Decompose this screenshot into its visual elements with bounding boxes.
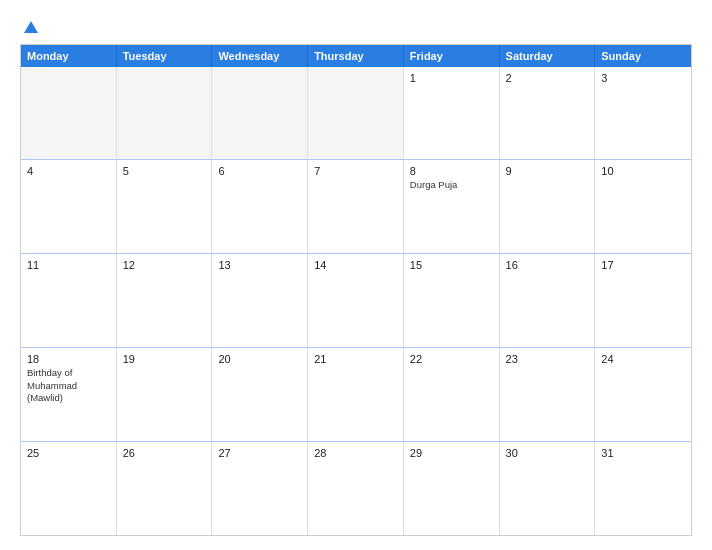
header-saturday: Saturday	[500, 45, 596, 67]
day-number: 28	[314, 447, 397, 459]
calendar-cell: 27	[212, 442, 308, 535]
calendar-cell: 30	[500, 442, 596, 535]
day-number: 11	[27, 259, 110, 271]
calendar-body: 12345678Durga Puja9101112131415161718Bir…	[21, 67, 691, 535]
day-number: 20	[218, 353, 301, 365]
header-monday: Monday	[21, 45, 117, 67]
day-number: 15	[410, 259, 493, 271]
calendar-page: Monday Tuesday Wednesday Thursday Friday…	[0, 0, 712, 550]
day-number: 25	[27, 447, 110, 459]
day-number: 22	[410, 353, 493, 365]
day-number: 27	[218, 447, 301, 459]
calendar-cell: 18Birthday of Muhammad (Mawlid)	[21, 348, 117, 441]
calendar-cell: 25	[21, 442, 117, 535]
day-number: 16	[506, 259, 589, 271]
calendar-cell: 16	[500, 254, 596, 347]
calendar-cell: 22	[404, 348, 500, 441]
day-number: 7	[314, 165, 397, 177]
calendar-cell: 10	[595, 160, 691, 253]
day-number: 14	[314, 259, 397, 271]
calendar-cell: 24	[595, 348, 691, 441]
day-number: 4	[27, 165, 110, 177]
calendar-week-5: 25262728293031	[21, 442, 691, 535]
day-number: 21	[314, 353, 397, 365]
logo-text	[20, 18, 38, 34]
calendar-cell: 14	[308, 254, 404, 347]
day-number: 8	[410, 165, 493, 177]
day-number: 3	[601, 72, 685, 84]
calendar-header: Monday Tuesday Wednesday Thursday Friday…	[21, 45, 691, 67]
header-wednesday: Wednesday	[212, 45, 308, 67]
calendar-cell	[21, 67, 117, 160]
day-number: 2	[506, 72, 589, 84]
day-number: 5	[123, 165, 206, 177]
day-number: 24	[601, 353, 685, 365]
calendar-cell: 4	[21, 160, 117, 253]
day-number: 26	[123, 447, 206, 459]
calendar: Monday Tuesday Wednesday Thursday Friday…	[20, 44, 692, 536]
calendar-cell	[308, 67, 404, 160]
calendar-cell: 17	[595, 254, 691, 347]
calendar-cell: 13	[212, 254, 308, 347]
calendar-cell: 3	[595, 67, 691, 160]
day-number: 10	[601, 165, 685, 177]
calendar-cell: 28	[308, 442, 404, 535]
calendar-cell: 19	[117, 348, 213, 441]
day-number: 17	[601, 259, 685, 271]
calendar-cell: 21	[308, 348, 404, 441]
calendar-cell: 5	[117, 160, 213, 253]
day-number: 19	[123, 353, 206, 365]
day-number: 9	[506, 165, 589, 177]
header-thursday: Thursday	[308, 45, 404, 67]
calendar-cell	[117, 67, 213, 160]
calendar-cell: 2	[500, 67, 596, 160]
header-tuesday: Tuesday	[117, 45, 213, 67]
logo	[20, 18, 38, 34]
day-number: 29	[410, 447, 493, 459]
logo-triangle-icon	[24, 21, 38, 33]
calendar-cell: 12	[117, 254, 213, 347]
calendar-cell: 6	[212, 160, 308, 253]
event-label: Durga Puja	[410, 179, 493, 191]
event-label: Birthday of Muhammad (Mawlid)	[27, 367, 110, 404]
header	[20, 18, 692, 34]
calendar-cell: 29	[404, 442, 500, 535]
day-number: 1	[410, 72, 493, 84]
calendar-week-1: 123	[21, 67, 691, 161]
calendar-cell: 15	[404, 254, 500, 347]
calendar-week-3: 11121314151617	[21, 254, 691, 348]
calendar-cell: 7	[308, 160, 404, 253]
calendar-cell	[212, 67, 308, 160]
day-number: 18	[27, 353, 110, 365]
calendar-cell: 23	[500, 348, 596, 441]
day-number: 30	[506, 447, 589, 459]
header-sunday: Sunday	[595, 45, 691, 67]
calendar-cell: 26	[117, 442, 213, 535]
calendar-cell: 1	[404, 67, 500, 160]
day-number: 6	[218, 165, 301, 177]
day-number: 23	[506, 353, 589, 365]
calendar-cell: 9	[500, 160, 596, 253]
day-number: 12	[123, 259, 206, 271]
calendar-week-2: 45678Durga Puja910	[21, 160, 691, 254]
calendar-cell: 11	[21, 254, 117, 347]
calendar-cell: 31	[595, 442, 691, 535]
calendar-cell: 8Durga Puja	[404, 160, 500, 253]
day-number: 13	[218, 259, 301, 271]
header-friday: Friday	[404, 45, 500, 67]
calendar-week-4: 18Birthday of Muhammad (Mawlid)192021222…	[21, 348, 691, 442]
calendar-cell: 20	[212, 348, 308, 441]
day-number: 31	[601, 447, 685, 459]
